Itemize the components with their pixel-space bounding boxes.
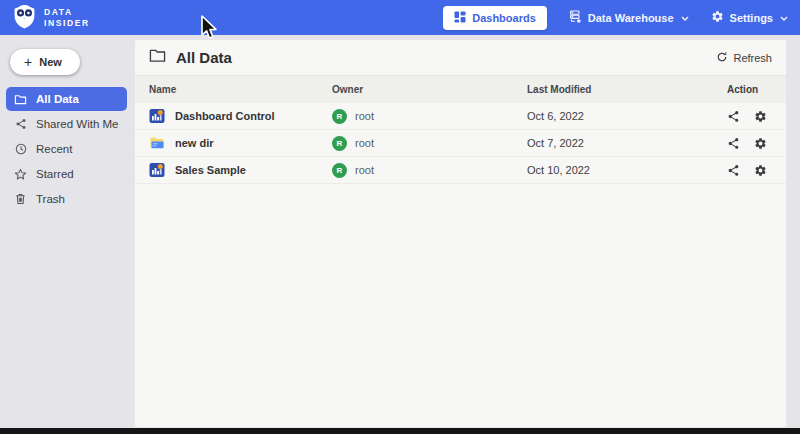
last-modified-date: Oct 10, 2022 [527,164,727,176]
column-header-owner[interactable]: Owner [332,84,527,95]
sidebar-item-label: Shared With Me [36,118,118,130]
share-icon [14,118,27,131]
trash-icon [14,193,27,206]
brand-logo: DATA INSIDER [12,3,90,33]
sidebar-item-shared-with-me[interactable]: Shared With Me [6,112,127,136]
owl-logo-icon [12,3,37,33]
nav-dashboards-label: Dashboards [472,12,536,24]
new-button[interactable]: + New [10,49,80,75]
table-header-row: Name Owner Last Modified Action [135,76,786,103]
table-row[interactable]: Sales Sample R root Oct 10, 2022 [135,157,786,184]
sidebar-item-label: Trash [36,193,65,205]
nav-settings-label: Settings [730,12,773,24]
refresh-button[interactable]: Refresh [716,51,772,65]
database-icon [569,10,582,25]
star-icon [14,168,27,181]
file-name[interactable]: new dir [175,137,214,149]
nav-settings[interactable]: Settings [711,10,788,25]
settings-action-icon[interactable] [754,137,767,150]
dashboard-file-icon [149,108,165,124]
clock-icon [14,143,27,156]
content-header: All Data Refresh [135,40,786,76]
owner-name: root [355,137,374,149]
sidebar: + New All Data Shared With Me [0,35,133,428]
sidebar-item-recent[interactable]: Recent [6,137,127,161]
sidebar-item-label: Recent [36,143,72,155]
folder-file-icon [149,135,165,151]
table-row[interactable]: new dir R root Oct 7, 2022 [135,130,786,157]
dashboard-icon [454,11,466,25]
chevron-down-icon [681,14,689,23]
refresh-icon [716,51,728,65]
share-action-icon[interactable] [727,110,740,123]
column-header-last-modified[interactable]: Last Modified [527,84,727,95]
page-title: All Data [176,49,232,66]
column-header-name[interactable]: Name [135,84,332,95]
new-button-label: New [39,56,62,68]
nav-data-warehouse-label: Data Warehouse [588,12,674,24]
sidebar-item-label: Starred [36,168,74,180]
file-name[interactable]: Sales Sample [175,164,246,176]
settings-action-icon[interactable] [754,164,767,177]
settings-action-icon[interactable] [754,110,767,123]
sidebar-item-label: All Data [36,93,79,105]
owner-name: root [355,110,374,122]
sidebar-list: All Data Shared With Me Recent [6,87,127,212]
main-content: All Data Refresh Name Owner Last Modifie… [135,40,786,427]
gear-icon [711,10,724,25]
nav-dashboards[interactable]: Dashboards [443,6,547,30]
file-name[interactable]: Dashboard Control [175,110,275,122]
sidebar-item-all-data[interactable]: All Data [6,87,127,111]
brand-line1: DATA [44,7,90,18]
window-bottom-edge [0,428,800,434]
owner-avatar: R [332,136,347,151]
owner-avatar: R [332,109,347,124]
dashboard-file-icon [149,162,165,178]
last-modified-date: Oct 7, 2022 [527,137,727,149]
column-header-action: Action [727,84,786,95]
nav-data-warehouse[interactable]: Data Warehouse [569,10,689,25]
share-action-icon[interactable] [727,137,740,150]
owner-avatar: R [332,163,347,178]
folder-icon [149,48,166,67]
table-row[interactable]: Dashboard Control R root Oct 6, 2022 [135,103,786,130]
brand-line2: INSIDER [44,18,90,29]
top-navigation: Dashboards Data Warehouse [443,6,788,30]
sidebar-item-trash[interactable]: Trash [6,187,127,211]
refresh-label: Refresh [733,52,772,64]
sidebar-item-starred[interactable]: Starred [6,162,127,186]
app-header: DATA INSIDER Dashboards [0,0,800,35]
last-modified-date: Oct 6, 2022 [527,110,727,122]
owner-name: root [355,164,374,176]
plus-icon: + [24,57,32,67]
chevron-down-icon [780,14,788,23]
folder-icon [14,93,27,106]
share-action-icon[interactable] [727,164,740,177]
